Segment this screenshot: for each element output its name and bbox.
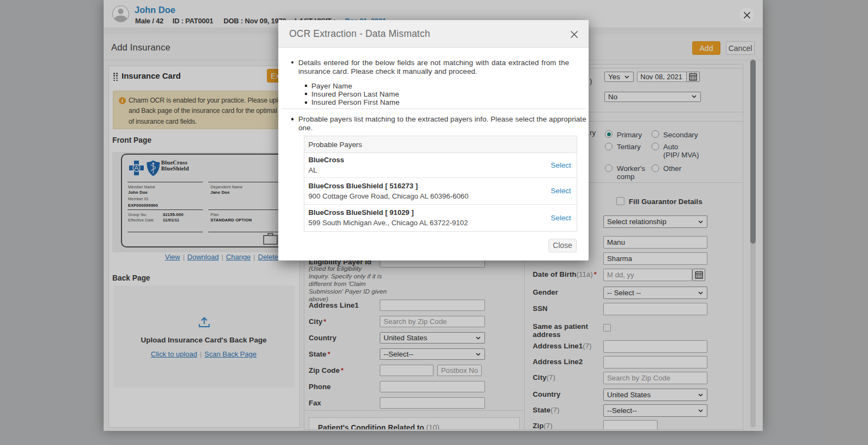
payer-row: BlueCross BlueShield [ 91029 ]599 South … [304, 205, 577, 232]
mismatch-field: Payer Name [311, 82, 352, 90]
payers-text-line2: one. [298, 124, 569, 132]
payers-text-line1: Probable payers list matching to the ext… [298, 115, 569, 123]
probable-payers-header: Probable Payers [304, 136, 577, 153]
payer-name: BlueCross BlueShield [ 91029 ] [309, 207, 551, 218]
payer-select-link[interactable]: Select [551, 214, 571, 222]
payer-address: 900 Cottage Grove Road, Chicago AL 60396… [309, 191, 551, 201]
bullet-icon [291, 118, 294, 120]
square-bullet-icon [305, 85, 307, 87]
payer-name: BlueCross BlueShield [ 516273 ] [309, 181, 551, 191]
bullet-icon [291, 61, 294, 64]
square-bullet-icon [305, 93, 307, 95]
mismatch-text-line1: Details entered for the below fields are… [298, 59, 569, 67]
payer-info: BlueCross BlueShield [ 91029 ]599 South … [309, 207, 551, 228]
payer-info: BlueCross BlueShield [ 516273 ]900 Cotta… [309, 181, 551, 201]
ocr-mismatch-modal: OCR Extraction - Data Mismatch Details e… [278, 20, 589, 260]
screen: John Doe Male / 42 ID : PAT0001 DOB : No… [0, 0, 868, 445]
mismatch-text-line2: insurance card. Please check it manually… [298, 67, 569, 75]
modal-divider [282, 109, 585, 109]
modal-header: OCR Extraction - Data Mismatch [278, 20, 589, 48]
payer-address: 599 South Michigan Ave., Chicago AL 6372… [309, 218, 551, 228]
mismatch-field: Insured Person First Name [311, 98, 400, 106]
payer-select-link[interactable]: Select [551, 187, 571, 195]
modal-close-button[interactable]: Close [548, 239, 577, 252]
payer-info: BlueCrossAL [309, 155, 551, 175]
payer-name: BlueCross [309, 155, 551, 165]
square-bullet-icon [305, 101, 307, 104]
payer-row: BlueCrossALSelect [304, 153, 577, 178]
modal-title: OCR Extraction - Data Mismatch [289, 28, 430, 40]
probable-payers-table: Probable Payers BlueCrossALSelectBlueCro… [304, 136, 577, 232]
mismatch-field: Insured Person Last Name [311, 90, 399, 98]
modal-close-icon[interactable] [570, 30, 578, 39]
payer-select-link[interactable]: Select [551, 161, 571, 169]
payer-row: BlueCross BlueShield [ 516273 ]900 Cotta… [304, 178, 577, 205]
payer-address: AL [309, 165, 551, 175]
